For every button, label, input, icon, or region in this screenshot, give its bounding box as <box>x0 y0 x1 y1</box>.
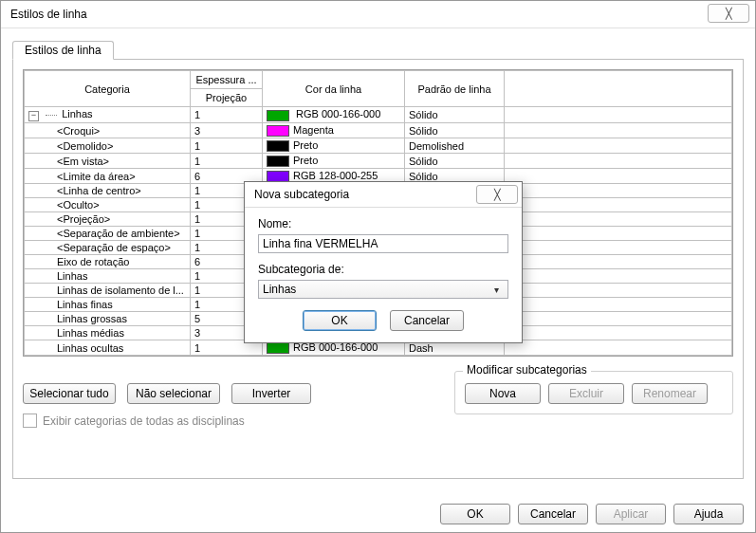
row-label[interactable]: <Croqui> <box>25 123 191 138</box>
dialog-cancel-button[interactable]: Cancelar <box>390 310 464 331</box>
dialog-close-icon[interactable]: ╳ <box>476 185 518 204</box>
apply-button: Aplicar <box>596 504 666 524</box>
all-disciplines-checkbox[interactable] <box>23 414 37 428</box>
chevron-down-icon: ▾ <box>489 285 504 295</box>
row-label[interactable]: <Limite da área> <box>25 169 191 184</box>
dialog-ok-button[interactable]: OK <box>303 310 377 331</box>
invert-button[interactable]: Inverter <box>231 383 311 404</box>
row-label[interactable]: <Em vista> <box>25 154 191 169</box>
row-label[interactable]: <Projeção> <box>25 212 191 227</box>
col-espessura[interactable]: Espessura ... <box>191 71 263 89</box>
subcat-label: Subcategoria de: <box>258 263 508 276</box>
color-swatch <box>267 140 289 152</box>
row-label[interactable]: <Separação de ambiente> <box>25 227 191 241</box>
new-subcategory-dialog: Nova subcategoria ╳ Nome: Subcategoria d… <box>244 181 523 343</box>
row-color[interactable]: Magenta <box>263 123 405 138</box>
rename-subcat-button: Renomear <box>632 383 708 404</box>
color-swatch <box>267 110 289 121</box>
root-row[interactable]: − Linhas 1 RGB 000-166-000 Sólido <box>25 107 732 123</box>
row-label[interactable]: <Oculto> <box>25 198 191 212</box>
all-disciplines-label: Exibir categorias de todas as disciplina… <box>43 414 245 428</box>
col-cor[interactable]: Cor da linha <box>263 71 405 107</box>
dialog-title: Nova subcategoria <box>254 188 349 201</box>
row-weight[interactable]: 1 <box>191 138 263 154</box>
col-projecao[interactable]: Projeção <box>191 89 263 107</box>
subcat-combo-value: Linhas <box>263 283 296 296</box>
help-button[interactable]: Ajuda <box>673 504 744 524</box>
window-title: Estilos de linha <box>10 8 87 21</box>
cancel-button[interactable]: Cancelar <box>518 504 588 524</box>
table-row[interactable]: <Croqui>3MagentaSólido <box>25 123 732 138</box>
row-label[interactable]: <Separação de espaço> <box>25 241 191 255</box>
color-swatch <box>267 342 289 354</box>
row-pattern[interactable]: Demolished <box>405 138 505 154</box>
row-label[interactable]: Eixo de rotação <box>25 255 191 269</box>
tree-collapse-icon[interactable]: − <box>28 111 39 121</box>
tabstrip: Estilos de linha <box>12 38 744 60</box>
col-categoria[interactable]: Categoria <box>25 71 191 107</box>
new-subcat-button[interactable]: Nova <box>465 383 541 404</box>
col-padrao[interactable]: Padrão de linha <box>405 71 505 107</box>
name-label: Nome: <box>258 217 508 230</box>
table-row[interactable]: <Em vista>1PretoSólido <box>25 154 732 169</box>
row-weight[interactable]: 3 <box>191 123 263 138</box>
color-swatch <box>267 156 289 167</box>
row-label[interactable]: Linhas grossas <box>25 312 191 326</box>
row-color[interactable]: Preto <box>263 138 405 154</box>
row-pattern[interactable]: Sólido <box>405 154 505 169</box>
row-pattern[interactable]: Sólido <box>405 123 505 138</box>
row-weight[interactable]: 1 <box>191 107 263 123</box>
row-label[interactable]: <Linha de centro> <box>25 184 191 198</box>
select-all-button[interactable]: Selecionar tudo <box>23 383 116 404</box>
row-label[interactable]: Linhas <box>25 269 191 284</box>
subcat-combo[interactable]: Linhas ▾ <box>258 280 508 299</box>
modify-subcategories-group: Modificar subcategorias Nova Excluir Ren… <box>454 371 733 414</box>
row-weight[interactable]: 1 <box>191 154 263 169</box>
group-title: Modificar subcategorias <box>463 363 591 377</box>
row-label[interactable]: Linhas médias <box>25 326 191 340</box>
table-row[interactable]: <Demolido>1PretoDemolished <box>25 138 732 154</box>
name-input[interactable] <box>258 234 508 253</box>
color-swatch <box>267 125 289 137</box>
row-color[interactable]: RGB 000-166-000 <box>263 107 405 123</box>
row-label[interactable]: Linhas ocultas <box>25 340 191 356</box>
row-label[interactable]: Linhas finas <box>25 298 191 312</box>
row-pattern[interactable]: Sólido <box>405 107 505 123</box>
close-icon[interactable]: ╳ <box>708 4 749 23</box>
ok-button[interactable]: OK <box>440 504 510 524</box>
col-extra <box>505 71 732 107</box>
delete-subcat-button: Excluir <box>548 383 624 404</box>
titlebar: Estilos de linha ╳ <box>1 1 755 28</box>
tab-estilos[interactable]: Estilos de linha <box>12 41 114 60</box>
row-label: Linhas <box>62 108 92 119</box>
row-label[interactable]: Linhas de isolamento de l... <box>25 284 191 298</box>
select-none-button[interactable]: Não selecionar <box>127 383 220 404</box>
row-label[interactable]: <Demolido> <box>25 138 191 154</box>
row-color[interactable]: Preto <box>263 154 405 169</box>
